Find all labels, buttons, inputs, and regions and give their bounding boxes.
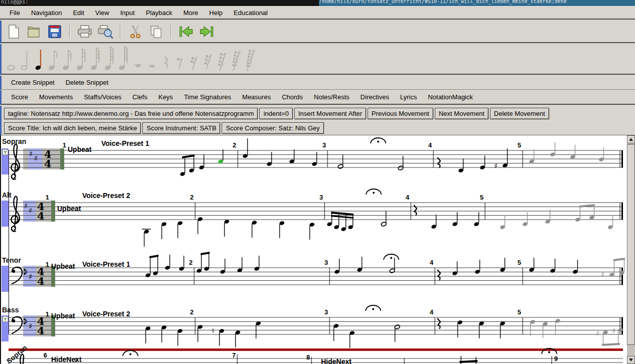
delete-snippet-button[interactable]: Delete Snippet [60, 79, 114, 86]
menu-movements[interactable]: Movements [34, 93, 78, 101]
fermata-icon[interactable] [366, 189, 381, 195]
menu-directives[interactable]: Directives [355, 93, 395, 101]
navigate-forward-icon[interactable] [199, 24, 215, 40]
vertical-scrollbar[interactable] [627, 135, 635, 364]
save-icon[interactable] [47, 24, 63, 40]
menu-help[interactable]: Help [204, 9, 228, 17]
score-title-button[interactable]: Score Title: Ich will dich lieben, meine… [4, 122, 141, 134]
notes-bass[interactable]: ♮ ♯ ♯ [145, 305, 623, 348]
score-canvas[interactable]: Sopran ♯ ♯ 4 4 1 Upbeat Voice-Preset 1 2… [0, 135, 627, 364]
sixty-fourth-note-icon[interactable] [89, 45, 103, 74]
voice-preset-directive[interactable]: Voice-Preset 1 [82, 260, 130, 268]
two-fifty-sixth-note-icon[interactable] [117, 45, 131, 74]
score-instrument-button[interactable]: Score Instrument: SATB [142, 122, 220, 134]
navigate-back-icon[interactable] [178, 24, 194, 40]
print-preview-icon[interactable] [97, 24, 113, 40]
one-twenty-eighth-rest-icon[interactable] [229, 45, 243, 74]
whole-note-icon[interactable] [5, 45, 19, 74]
new-document-icon[interactable] [6, 24, 22, 40]
previous-movement-button[interactable]: Previous Movement [368, 108, 433, 119]
time-signature-bottom[interactable]: 4 [44, 157, 52, 170]
voice-preset-directive[interactable]: Voice-Preset 1 [101, 139, 149, 147]
menu-clefs[interactable]: Clefs [127, 93, 153, 101]
create-snippet-button[interactable]: Create Snippet [6, 79, 60, 86]
next-movement-button[interactable]: Next Movement [435, 108, 489, 119]
copy-icon[interactable] [148, 24, 164, 40]
hidenext-directive[interactable]: HideNext [51, 355, 82, 363]
menu-score[interactable]: Score [6, 93, 34, 101]
staff-bass[interactable]: Bass ♯ ♯ 4 4 1 Upbeat Voice-Preset 2 2 3… [2, 305, 623, 348]
staff-audio-icon[interactable] [3, 149, 8, 155]
scroll-down-button[interactable] [627, 356, 635, 364]
fermata-icon[interactable] [371, 138, 386, 143]
notes-sopran[interactable]: ♯ [180, 138, 604, 176]
notes-alt[interactable] [142, 189, 613, 247]
fermata-icon[interactable] [384, 254, 399, 260]
quarter-rest-icon[interactable] [159, 45, 173, 74]
scroll-up-button[interactable] [627, 135, 635, 143]
hidenext-directive[interactable]: HideNext [321, 357, 352, 364]
menu-file[interactable]: File [4, 9, 26, 17]
half-note-icon[interactable] [19, 45, 33, 74]
menu-measures[interactable]: Measures [237, 93, 276, 101]
tagline-button[interactable]: tagline: Notensatz http://www.denemo.org… [4, 108, 258, 119]
voice-preset-directive[interactable]: Voice-Preset 2 [82, 310, 130, 318]
menu-more[interactable]: More [178, 9, 204, 17]
upbeat-directive[interactable]: Upbeat [51, 262, 75, 270]
half-rest-icon[interactable] [145, 45, 159, 74]
notes-tenor[interactable]: ♯ [145, 252, 625, 280]
menu-keys[interactable]: Keys [153, 93, 179, 101]
menu-time-signatures[interactable]: Time Signatures [179, 93, 237, 101]
sixteenth-note-icon[interactable] [61, 45, 75, 74]
quarter-rest[interactable] [437, 270, 440, 280]
quarter-note-icon-selected[interactable] [33, 45, 47, 74]
thirty-second-rest-icon[interactable] [201, 45, 215, 74]
menu-navigation[interactable]: Navigation [26, 9, 67, 17]
insert-movement-after-button[interactable]: Insert Movement After [294, 108, 366, 119]
menu-notes-rests[interactable]: Notes/Rests [308, 93, 355, 101]
score-composer-button[interactable]: Score Composer: Satz: Nils Gey [222, 122, 324, 134]
second-system[interactable]: Sopran ♯ 6 HideNext 7 8 HideNext 9 [5, 343, 623, 364]
time-signature-bottom[interactable]: 4 [37, 275, 45, 287]
upbeat-directive[interactable]: Upbeat [57, 205, 81, 213]
print-icon[interactable] [77, 24, 93, 40]
fermata-icon[interactable] [123, 350, 138, 356]
staff-audio-icon[interactable] [3, 316, 8, 322]
menu-view[interactable]: View [90, 9, 115, 17]
menu-chords[interactable]: Chords [276, 93, 308, 101]
whole-rest-icon[interactable] [131, 45, 145, 74]
menu-notationmagick[interactable]: NotationMagick [422, 93, 479, 101]
thirty-second-note-icon[interactable] [75, 45, 89, 74]
menu-staffs-voices[interactable]: Staffs/Voices [78, 93, 127, 101]
scrollbar-thumb[interactable] [627, 144, 635, 345]
open-folder-icon[interactable] [26, 24, 42, 40]
time-signature-bottom[interactable]: 4 [37, 210, 45, 222]
upbeat-directive[interactable]: Upbeat [51, 312, 75, 320]
upbeat-directive[interactable]: Upbeat [68, 145, 92, 153]
eighth-rest-icon[interactable] [173, 45, 187, 74]
staff-sopran[interactable]: Sopran ♯ ♯ 4 4 1 Upbeat Voice-Preset 1 2… [2, 137, 623, 179]
time-signature-bottom[interactable]: 4 [37, 324, 45, 337]
sixteenth-rest-icon[interactable] [187, 45, 201, 74]
voice-preset-directive[interactable]: Voice-Preset 2 [82, 192, 130, 200]
staff-selector-alt[interactable] [2, 201, 9, 227]
one-twenty-eighth-note-icon[interactable] [103, 45, 117, 74]
sixty-fourth-rest-icon[interactable] [215, 45, 229, 74]
menu-edit[interactable]: Edit [67, 9, 89, 17]
menu-playback[interactable]: Playback [140, 9, 178, 17]
staff-selector-tenor[interactable] [2, 266, 9, 292]
menu-input[interactable]: Input [115, 9, 140, 17]
menu-educational[interactable]: Educational [228, 9, 273, 17]
measure-number: 2 [190, 308, 194, 316]
fermata-icon[interactable] [366, 305, 381, 311]
cut-icon[interactable] [127, 24, 143, 40]
staff-tenor[interactable]: Tenor ♯ ♯ 4 4 1 Upbeat Voice-Preset 1 2 … [2, 252, 625, 292]
eighth-note-icon[interactable] [47, 45, 61, 74]
indent-button[interactable]: indent=0 [259, 108, 292, 119]
quarter-rest[interactable] [437, 318, 440, 329]
two-fifty-sixth-rest-icon[interactable] [243, 45, 257, 74]
score-svg[interactable]: Sopran ♯ ♯ 4 4 1 Upbeat Voice-Preset 1 2… [1, 135, 627, 364]
menu-lyrics[interactable]: Lyrics [395, 93, 422, 101]
staff-alt[interactable]: Alt ♯ ♯ 4 4 1 Upbeat Voice-Preset 2 2 3 … [2, 189, 623, 247]
delete-movement-button[interactable]: Delete Movement [490, 108, 549, 119]
